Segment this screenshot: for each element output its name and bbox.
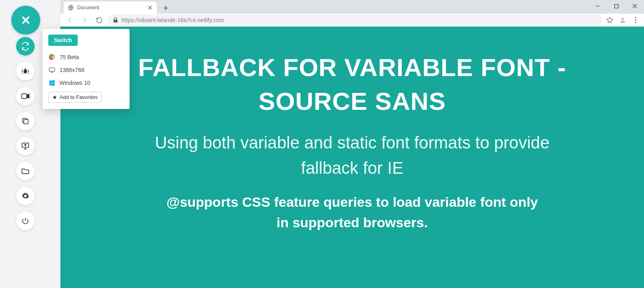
new-tab-button[interactable] [160,2,171,14]
svg-point-5 [635,19,636,21]
page-heading: FALLBACK FOR VARIABLE FONT - SOURCE SANS [131,51,574,118]
page-subtitle: Using both variable and static font form… [141,130,564,181]
star-filled-icon [52,95,57,100]
profile-icon[interactable] [618,16,627,25]
svg-rect-16 [49,68,54,72]
window-controls [588,0,644,14]
page-supports-text: @supports CSS feature queries to load va… [159,192,545,233]
close-tab-icon[interactable] [147,5,153,10]
add-to-favorites-button[interactable]: Add to Favorites [48,92,102,103]
windows-icon [48,79,56,86]
switch-browser-button[interactable] [16,37,35,56]
minimize-button[interactable] [588,0,607,12]
settings-button[interactable] [16,187,35,205]
address-bar[interactable]: https://vibrant-lalande-16a7c4.netlify.c… [108,14,602,26]
rail-buttons [16,37,35,230]
star-icon[interactable] [605,16,614,25]
session-info-popover: Switch 75 Beta 1366x768 Windows 10 Add t… [43,29,130,109]
svg-rect-1 [615,4,618,8]
close-toolbar-button[interactable] [11,6,40,35]
stop-session-button[interactable] [16,212,35,230]
favorites-label: Add to Favorites [60,94,98,100]
local-testing-button[interactable] [16,137,35,155]
svg-point-6 [635,22,636,23]
browser-version-text: 75 Beta [60,54,79,60]
maximize-button[interactable] [607,0,625,12]
url-text: https://vibrant-lalande-16a7c4.netlify.c… [122,17,224,23]
close-window-button[interactable] [625,0,644,12]
browser-toolbar: https://vibrant-lalande-16a7c4.netlify.c… [60,14,644,27]
svg-point-15 [51,56,53,58]
switch-button[interactable]: Switch [48,35,78,46]
lock-icon [113,17,118,23]
os-row: Windows 10 [48,76,124,89]
svg-point-7 [24,70,27,74]
svg-rect-10 [24,119,28,124]
tab-strip: Document [60,0,644,14]
resolution-text: 1366x768 [60,67,85,73]
resolution-row: 1366x768 [48,64,124,76]
globe-icon [68,4,74,11]
svg-rect-2 [114,20,118,23]
browser-version-row: 75 Beta [48,51,124,64]
report-bug-button[interactable] [16,62,35,80]
svg-point-4 [635,17,636,18]
reload-button[interactable] [93,14,105,26]
forward-button[interactable] [79,14,90,26]
tab-title: Document [77,5,99,10]
monitor-icon [48,66,56,74]
os-text: Windows 10 [60,80,90,86]
kebab-menu-icon[interactable] [631,16,640,25]
files-button[interactable] [16,162,35,180]
svg-point-3 [621,18,624,20]
chrome-icon [48,53,56,61]
svg-point-12 [25,144,26,146]
screenshots-button[interactable] [16,112,35,130]
svg-rect-8 [22,94,27,99]
browser-tab[interactable]: Document [64,2,157,14]
record-video-button[interactable] [16,87,35,105]
page-content: FALLBACK FOR VARIABLE FONT - SOURCE SANS… [60,27,644,288]
browser-chrome: Document [60,0,644,27]
back-button[interactable] [64,14,76,26]
